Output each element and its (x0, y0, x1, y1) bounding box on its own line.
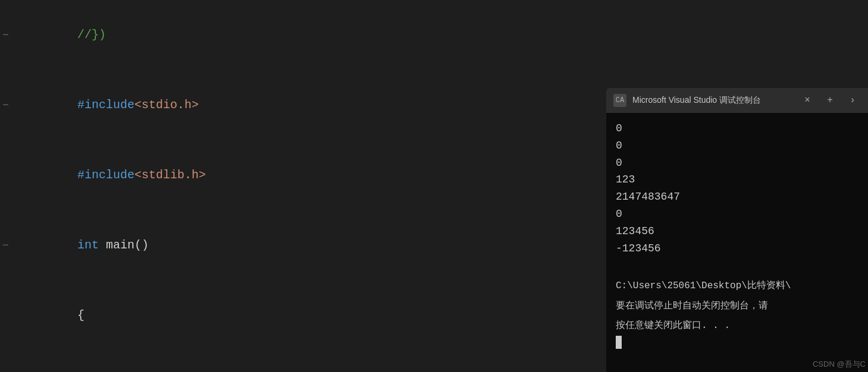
terminal-path: C:\Users\25061\Desktop\比特资料\ (616, 279, 858, 294)
terminal-titlebar: CA Microsoft Visual Studio 调试控制台 × + › (606, 88, 868, 113)
output-line-8: -123456 (616, 240, 858, 257)
line-content-1: //}) (18, 1, 595, 69)
terminal-icon-text: CA (616, 96, 624, 105)
output-line-2: 0 (616, 137, 858, 155)
output-line-1: 0 (616, 120, 858, 137)
gutter-5 (0, 308, 18, 324)
terminal-body: 0 0 0 123 2147483647 0 123456 -123456 C:… (606, 113, 868, 372)
collapse-indicator-4: − (2, 238, 12, 254)
gutter-2: − (0, 97, 18, 114)
line-content-5: { (18, 282, 595, 349)
code-line-1: − //}) (0, 0, 595, 70)
header-stdlib: <stdlib.h> (134, 168, 206, 182)
keyword-include2: #include (77, 168, 134, 182)
terminal-cursor (616, 336, 622, 349)
code-line-5: { (0, 280, 595, 351)
line-content-6: int i = atoi("");//字符串什么都没有 (18, 352, 595, 372)
output-line-7: 123456 (616, 223, 858, 240)
code-line-2: − #include<stdio.h> (0, 70, 595, 140)
code-editor: − //}) − #include<stdio.h> #include<stdl… (0, 0, 595, 372)
collapse-indicator-1: − (2, 27, 12, 43)
collapse-indicator-3 (2, 168, 12, 184)
terminal-app-icon: CA (613, 94, 626, 107)
terminal-add-button[interactable]: + (822, 92, 838, 109)
no-indicator-5 (2, 308, 12, 324)
output-line-3: 0 (616, 155, 858, 172)
terminal-more-button[interactable]: › (844, 92, 861, 109)
output-line-6: 0 (616, 206, 858, 223)
gutter-4: − (0, 238, 18, 254)
line-content-4: int main() (18, 212, 595, 279)
collapse-indicator-2: − (2, 97, 12, 114)
line-content-2: #include<stdio.h> (18, 71, 595, 139)
output-line-5: 2147483647 (616, 188, 858, 206)
terminal-prompt-text1: 要在调试停止时自动关闭控制台，请 (616, 299, 858, 314)
terminal-window: CA Microsoft Visual Studio 调试控制台 × + › 0… (606, 88, 868, 372)
output-blank (616, 257, 858, 274)
gutter-3 (0, 168, 18, 184)
output-line-4: 123 (616, 171, 858, 188)
open-brace: { (77, 308, 84, 322)
keyword-int: int (77, 238, 99, 252)
code-line-4: − int main() (0, 210, 595, 280)
header-stdio: <stdio.h> (134, 98, 199, 112)
gutter-1: − (0, 27, 18, 43)
keyword-include: #include (77, 98, 134, 112)
comment-text: //}) (77, 28, 106, 42)
terminal-close-button[interactable]: × (799, 92, 816, 109)
terminal-title: Microsoft Visual Studio 调试控制台 (632, 95, 793, 106)
code-line-6: int i = atoi("");//字符串什么都没有 (0, 351, 595, 372)
code-line-3: #include<stdlib.h> (0, 140, 595, 210)
code-lines: − //}) − #include<stdio.h> #include<stdl… (0, 0, 595, 372)
line-content-3: #include<stdlib.h> (18, 141, 595, 209)
main-func: main() (99, 238, 149, 252)
terminal-prompt-text2: 按任意键关闭此窗口. . . (616, 319, 858, 334)
csdn-watermark: CSDN @吾与C (813, 359, 866, 370)
